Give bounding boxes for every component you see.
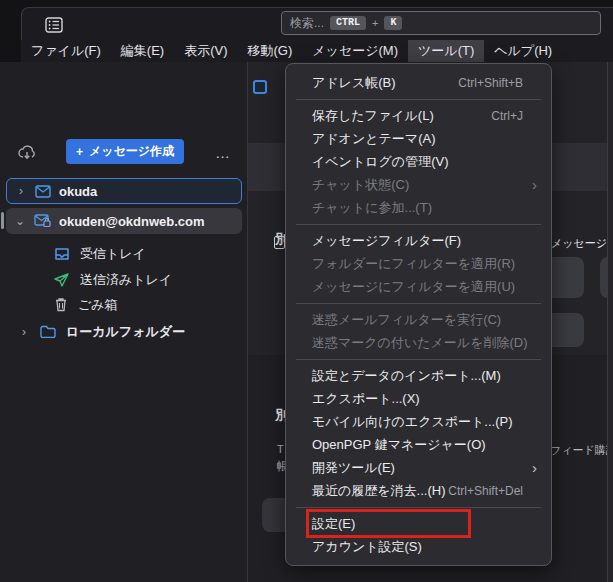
- shortcut-label: Ctrl+Shift+B: [458, 76, 523, 90]
- mail-account-icon: [35, 185, 51, 198]
- folder-label: ごみ箱: [78, 296, 118, 314]
- menu-item-openpgp-key-manager[interactable]: OpenPGP 鍵マネージャー(O): [286, 433, 551, 456]
- mail-account-lock-icon: [34, 214, 51, 228]
- menu-separator: [296, 303, 541, 304]
- menu-item-saved-files[interactable]: 保存したファイル(L) Ctrl+J: [286, 104, 551, 127]
- menu-file[interactable]: ファイル(F): [21, 40, 111, 62]
- inbox-icon: [54, 247, 70, 261]
- sent-icon: [54, 273, 70, 287]
- sidebar-toggle-icon: [45, 17, 63, 33]
- plus-icon: +: [76, 145, 83, 159]
- chevron-right-icon[interactable]: ›: [15, 184, 27, 198]
- menu-separator: [296, 507, 541, 508]
- folder-pane: + メッセージ作成 … › okuda ⌄: [0, 62, 248, 582]
- scrollbar[interactable]: [607, 62, 613, 582]
- kbd-plus-sign: +: [372, 17, 378, 29]
- menu-item-developer-tools[interactable]: 開発ツール(E) ›: [286, 456, 551, 479]
- menu-item-run-filters-on-message: メッセージにフィルターを適用(U): [286, 275, 551, 298]
- sidebar-toggle-button[interactable]: [43, 15, 65, 35]
- account-row-okuda[interactable]: › okuda: [6, 178, 242, 204]
- compose-message-button[interactable]: + メッセージ作成: [66, 139, 184, 164]
- menu-separator: [296, 224, 541, 225]
- get-messages-button[interactable]: [14, 140, 40, 164]
- folder-label: 送信済みトレイ: [80, 271, 172, 289]
- folder-row-inbox[interactable]: 受信トレイ: [6, 242, 242, 265]
- kbd-ctrl-badge: CTRL: [330, 16, 366, 30]
- ellipsis-icon: …: [215, 144, 231, 161]
- menu-item-chat-status: チャット状態(C) ›: [286, 173, 551, 196]
- global-search-input[interactable]: 検索... CTRL + K: [281, 11, 601, 35]
- menu-item-activity-manager[interactable]: イベントログの管理(V): [286, 150, 551, 173]
- menu-item-export[interactable]: エクスポート...(X): [286, 387, 551, 410]
- menu-item-message-filters[interactable]: メッセージフィルター(F): [286, 229, 551, 252]
- menu-message[interactable]: メッセージ(M): [302, 40, 408, 62]
- account-name: okuden@okdnweb.com: [59, 214, 205, 229]
- paragraph-fragment: T: [277, 443, 284, 455]
- submenu-chevron-icon: ›: [532, 177, 537, 192]
- menu-item-settings[interactable]: 設定(E): [286, 512, 551, 535]
- menu-item-delete-junk-mail: 迷惑マークの付いたメールを削除(D): [286, 331, 551, 354]
- kbd-k-badge: K: [384, 16, 402, 30]
- folder-label: ローカルフォルダー: [66, 323, 185, 341]
- menu-item-account-settings[interactable]: アカウント設定(S): [286, 535, 551, 558]
- submenu-chevron-icon: ›: [532, 460, 537, 475]
- folder-row-trash[interactable]: ごみ箱: [6, 293, 242, 316]
- search-placeholder: 検索...: [290, 15, 324, 32]
- menu-separator: [296, 99, 541, 100]
- shortcut-label: Ctrl+J: [491, 109, 523, 123]
- menu-bar: ファイル(F) 編集(E) 表示(V) 移動(G) メッセージ(M) ツール(T…: [21, 40, 613, 62]
- active-account-indicator: [1, 212, 4, 229]
- tools-dropdown-menu: アドレス帳(B) Ctrl+Shift+B 保存したファイル(L) Ctrl+J…: [285, 63, 552, 566]
- menu-item-run-filters-on-folder: フォルダーにフィルターを適用(R): [286, 252, 551, 275]
- menu-item-import-settings-data[interactable]: 設定とデータのインポート...(M): [286, 364, 551, 387]
- search-hint-text: メッセージを検: [551, 236, 613, 251]
- chevron-right-icon[interactable]: ›: [18, 325, 30, 339]
- menu-edit[interactable]: 編集(E): [111, 40, 174, 62]
- account-name: okuda: [59, 184, 97, 199]
- menu-tools[interactable]: ツール(T): [408, 40, 484, 62]
- folder-icon: [40, 325, 56, 338]
- menu-separator: [296, 359, 541, 360]
- account-row-okuden[interactable]: ⌄ okuden@okdnweb.com: [6, 208, 242, 234]
- folder-row-sent[interactable]: 送信済みトレイ: [6, 268, 242, 291]
- menu-item-join-chat: チャットに参加...(T): [286, 196, 551, 219]
- menu-item-addons-themes[interactable]: アドオンとテーマ(A): [286, 127, 551, 150]
- shortcut-label: Ctrl+Shift+Del: [448, 484, 523, 498]
- menu-item-run-junk-controls: 迷惑メールフィルターを実行(C): [286, 308, 551, 331]
- menu-help[interactable]: ヘルプ(H): [484, 40, 562, 62]
- menu-go[interactable]: 移動(G): [238, 40, 303, 62]
- folder-row-local-folders[interactable]: › ローカルフォルダー: [6, 320, 242, 343]
- chevron-down-icon[interactable]: ⌄: [14, 214, 26, 228]
- menu-item-address-book[interactable]: アドレス帳(B) Ctrl+Shift+B: [286, 71, 551, 94]
- menu-item-clear-recent-history[interactable]: 最近の履歴を消去...(H) Ctrl+Shift+Del: [286, 479, 551, 502]
- compose-label: メッセージ作成: [89, 143, 174, 160]
- cloud-download-icon: [18, 145, 36, 160]
- thunderbird-window: 検索... CTRL + K ファイル(F) 編集(E) 表示(V) 移動(G)…: [0, 0, 613, 582]
- account-tab-icon: [253, 80, 267, 94]
- paragraph-fragment: フィード購読、: [550, 443, 613, 458]
- menu-item-export-for-mobile[interactable]: モバイル向けのエクスポート...(P): [286, 410, 551, 433]
- menu-view[interactable]: 表示(V): [174, 40, 237, 62]
- folder-label: 受信トレイ: [80, 245, 146, 263]
- trash-icon: [54, 297, 68, 312]
- unified-toolbar: 検索... CTRL + K: [0, 0, 613, 40]
- folder-pane-options-button[interactable]: …: [210, 140, 236, 164]
